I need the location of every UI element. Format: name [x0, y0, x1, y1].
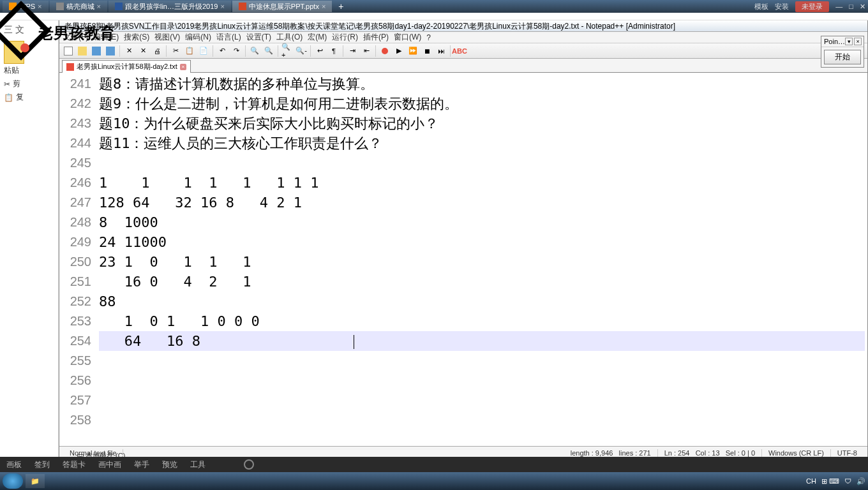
code-line[interactable]: 16 0 4 2 1: [99, 272, 865, 292]
tray-shield-icon[interactable]: 🛡: [844, 477, 851, 485]
undo-button[interactable]: ↶: [216, 45, 228, 57]
code-line[interactable]: 题10：为什么硬盘买来后实际大小比购买时标记的小？: [99, 114, 865, 133]
start-button[interactable]: [3, 473, 23, 489]
open-file-button[interactable]: [76, 45, 89, 57]
skip-button[interactable]: ⏭: [435, 45, 447, 57]
app-icon: [115, 3, 123, 10]
toolbar-item[interactable]: 签到: [34, 459, 50, 470]
paste-icon[interactable]: [4, 41, 24, 64]
code-line[interactable]: 1 0 1 1 0 0 0: [99, 311, 865, 331]
save-button[interactable]: [90, 45, 103, 57]
code-line[interactable]: 23 1 0 1 1 1: [99, 252, 865, 272]
line-number-gutter: 2412422432442452462472482492502512522532…: [59, 73, 96, 446]
taskbar-item[interactable]: 📁: [26, 474, 45, 488]
menu-item[interactable]: 编码(N): [185, 32, 211, 43]
fast-forward-button[interactable]: ⏩: [407, 45, 419, 57]
code-line[interactable]: [99, 371, 865, 390]
menu-item[interactable]: 文件(F): [63, 32, 88, 43]
paste-tb-button[interactable]: 📄: [197, 45, 210, 57]
close-tab-icon[interactable]: ×: [180, 64, 186, 70]
file-tab-active[interactable]: 老男孩Linux云计算58期-day2.txt ×: [62, 60, 191, 73]
record-macro-button[interactable]: [378, 45, 391, 57]
menu-item[interactable]: 运行(R): [332, 32, 358, 43]
install-link[interactable]: 安装: [775, 2, 789, 11]
menu-item[interactable]: 视图(V): [154, 32, 180, 43]
window-tab-bar: WPS ×稿壳商城 ×跟老男孩学lin…三版升级2019 ×中途休息展示PPT.…: [0, 0, 868, 13]
system-tray[interactable]: CH ⊞ ⌨ 🛡 🔊: [806, 477, 865, 486]
editor-area[interactable]: 2412422432442452462472482492502512522532…: [59, 73, 867, 446]
close-file-button[interactable]: ✕: [123, 45, 135, 57]
menu-item[interactable]: 编辑(E): [93, 32, 119, 43]
cut-button[interactable]: ✂ 剪: [4, 78, 54, 89]
wrap-button[interactable]: ↩: [313, 45, 326, 57]
code-line[interactable]: [99, 390, 865, 410]
menu-item[interactable]: 设置(T): [246, 32, 271, 43]
toolbar-item[interactable]: 工具: [190, 459, 206, 470]
close-all-button[interactable]: ✕: [137, 45, 149, 57]
code-line[interactable]: 64 16 8: [99, 331, 865, 351]
templates-link[interactable]: 模板: [754, 2, 768, 11]
copy-tb-button[interactable]: 📋: [183, 45, 196, 57]
notepadpp-window: 老男孩58期\老男孩SVN工作目录\2019老男孩Linux云计算运维58期教案…: [59, 20, 868, 459]
menu-item[interactable]: 插件(P): [363, 32, 389, 43]
find-button[interactable]: 🔍: [248, 45, 261, 57]
login-button[interactable]: 未登录: [795, 1, 829, 12]
power-icon[interactable]: [244, 459, 254, 470]
menu-item[interactable]: 宏(M): [308, 32, 327, 43]
save-all-button[interactable]: [104, 45, 117, 57]
window-tab[interactable]: WPS ×: [3, 1, 49, 12]
menu-item[interactable]: 语言(L): [216, 32, 241, 43]
print-button[interactable]: 🖨: [151, 45, 163, 57]
zoom-out-button[interactable]: 🔍-: [295, 45, 308, 57]
window-close[interactable]: ✕: [860, 3, 865, 11]
cut-tb-button[interactable]: ✂: [169, 45, 182, 57]
tray-volume-icon[interactable]: 🔊: [857, 477, 865, 486]
code-line[interactable]: 24 11000: [99, 232, 865, 252]
code-content[interactable]: 题8：请描述计算机数据的多种单位与换算。题9：什么是二进制，计算机是如何用二进制…: [96, 73, 867, 446]
redo-button[interactable]: ↷: [230, 45, 243, 57]
menu-item[interactable]: 搜索(S): [124, 32, 149, 43]
code-line[interactable]: [99, 410, 865, 430]
toolbar-item[interactable]: 画中画: [98, 459, 121, 470]
stop-button[interactable]: ⏹: [421, 45, 433, 57]
copy-button[interactable]: 📋 复: [4, 92, 54, 103]
window-minimize[interactable]: —: [835, 3, 842, 10]
menu-item[interactable]: 窗口(W): [394, 32, 421, 43]
code-line[interactable]: [99, 351, 865, 371]
wps-sidebar: 三 文 粘贴 ✂ 剪 📋 复: [0, 20, 59, 459]
indent-button[interactable]: ⇥: [346, 45, 359, 57]
window-tab[interactable]: 稿壳商城 ×: [50, 1, 107, 12]
code-line[interactable]: 8 1000: [99, 212, 865, 232]
window-tab[interactable]: 中途休息展示PPT.pptx ×: [232, 1, 332, 12]
window-maximize[interactable]: □: [849, 3, 853, 10]
code-line[interactable]: 88: [99, 292, 865, 311]
point-start-button[interactable]: 开始: [824, 50, 861, 64]
toolbar-item[interactable]: 举手: [134, 459, 149, 470]
point-close-icon[interactable]: ×: [854, 38, 862, 45]
code-line[interactable]: 1 1 1 1 1 1 1 1: [99, 173, 865, 193]
code-line[interactable]: 128 64 32 16 8 4 2 1: [99, 193, 865, 212]
window-tab[interactable]: 跟老男孩学lin…三版升级2019 ×: [108, 1, 231, 12]
point-panel[interactable]: Poin… ▾ × 开始: [821, 36, 864, 68]
spell-check-button[interactable]: ABC: [453, 45, 466, 57]
menu-item[interactable]: 工具(O): [276, 32, 303, 43]
zoom-in-button[interactable]: 🔍+: [281, 45, 294, 57]
new-tab-button[interactable]: +: [333, 1, 348, 11]
point-dropdown-icon[interactable]: ▾: [845, 38, 853, 45]
show-all-button[interactable]: ¶: [327, 45, 340, 57]
toolbar-item[interactable]: 画板: [6, 459, 22, 470]
menu-item[interactable]: ?: [426, 33, 431, 42]
hamburger-icon[interactable]: 三 文: [4, 24, 54, 36]
code-line[interactable]: 题8：请描述计算机数据的多种单位与换算。: [99, 74, 865, 94]
paste-button[interactable]: 粘贴: [4, 65, 19, 76]
replace-button[interactable]: 🔍: [262, 45, 275, 57]
play-macro-button[interactable]: ▶: [393, 45, 405, 57]
toolbar-item[interactable]: 答题卡: [63, 459, 86, 470]
code-line[interactable]: 题9：什么是二进制，计算机是如何用二进制表示数据的。: [99, 94, 865, 114]
npp-toolbar: ✕ ✕ 🖨 ✂ 📋 📄 ↶ ↷ 🔍 🔍 🔍+ 🔍- ↩ ¶ ⇥ ⇤ ▶: [59, 43, 867, 59]
code-line[interactable]: [99, 153, 865, 173]
new-file-button[interactable]: [62, 45, 75, 57]
toolbar-item[interactable]: 预览: [162, 459, 177, 470]
code-line[interactable]: 题11：运维人员的三大核心工作职责是什么？: [99, 133, 865, 153]
outdent-button[interactable]: ⇤: [360, 45, 373, 57]
